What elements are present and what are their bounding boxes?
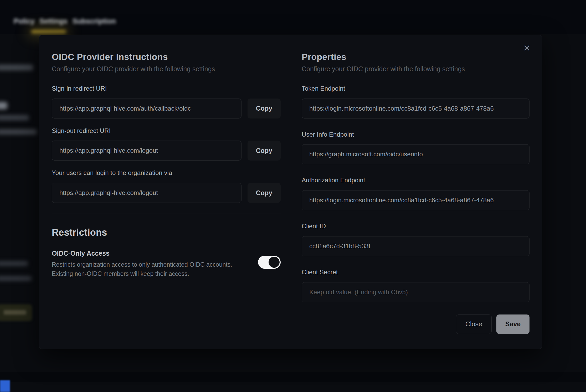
blurred-text-fragment <box>0 115 29 120</box>
toggle-thumb <box>269 257 280 268</box>
copy-button[interactable]: Copy <box>248 183 281 203</box>
field-sign-in-redirect-uri: Sign-in redirect URI Copy <box>52 85 281 118</box>
oidc-only-access-description: Restricts organization access to only au… <box>52 260 232 278</box>
blurred-button-label <box>4 310 26 315</box>
active-tab-underline <box>31 30 66 33</box>
field-client-id: Client ID <box>302 223 530 256</box>
close-icon[interactable]: ✕ <box>521 42 533 54</box>
field-user-info-endpoint: User Info Endpoint <box>302 131 530 164</box>
field-label: User Info Endpoint <box>302 131 530 138</box>
field-login-url: Your users can login to the organization… <box>52 169 281 203</box>
field-label: Your users can login to the organization… <box>52 169 281 177</box>
field-sign-out-redirect-uri: Sign-out redirect URI Copy <box>52 127 281 161</box>
close-button[interactable]: Close <box>456 314 492 334</box>
column-divider <box>291 38 291 336</box>
field-authorization-endpoint: Authorization Endpoint <box>302 177 530 210</box>
field-label: Client Secret <box>302 269 530 276</box>
blurred-background-button <box>0 304 32 321</box>
properties-column: Properties Configure your OIDC provider … <box>291 35 542 349</box>
top-bar <box>0 0 586 34</box>
tab-settings[interactable]: Settings <box>39 17 68 25</box>
field-label: Sign-in redirect URI <box>52 85 281 92</box>
instructions-title: OIDC Provider Instructions <box>52 51 281 62</box>
field-label: Token Endpoint <box>302 85 530 92</box>
restrictions-title: Restrictions <box>52 227 281 238</box>
blurred-text-fragment <box>0 102 7 109</box>
authorization-endpoint-input[interactable] <box>302 190 530 210</box>
oidc-only-access-toggle[interactable] <box>258 256 281 269</box>
user-info-endpoint-input[interactable] <box>302 144 530 164</box>
oidc-only-access-row: OIDC-Only Access Restricts organization … <box>52 249 281 278</box>
properties-title: Properties <box>302 51 530 62</box>
instructions-column: OIDC Provider Instructions Configure you… <box>39 35 291 349</box>
copy-button[interactable]: Copy <box>248 99 281 118</box>
field-token-endpoint: Token Endpoint <box>302 85 530 118</box>
tab-policy[interactable]: Policy <box>14 17 35 25</box>
properties-subtitle: Configure your OIDC provider with the fo… <box>302 65 530 73</box>
blurred-text-fragment <box>0 276 32 281</box>
instructions-subtitle: Configure your OIDC provider with the fo… <box>52 65 281 73</box>
field-client-secret: Client Secret <box>302 269 530 302</box>
token-endpoint-input[interactable] <box>302 99 530 118</box>
corner-blue-block <box>0 380 10 392</box>
oidc-settings-modal: ✕ OIDC Provider Instructions Configure y… <box>39 35 542 349</box>
section-divider <box>52 214 281 214</box>
save-button[interactable]: Save <box>496 314 530 334</box>
oidc-only-access-text: OIDC-Only Access Restricts organization … <box>52 249 232 278</box>
bottom-band <box>0 372 586 382</box>
blurred-text-fragment <box>0 261 28 266</box>
client-id-input[interactable] <box>302 236 530 256</box>
blurred-text-fragment <box>0 129 37 135</box>
sign-out-redirect-uri-input[interactable] <box>52 141 241 161</box>
field-label: Client ID <box>302 223 530 230</box>
sign-in-redirect-uri-input[interactable] <box>52 99 241 118</box>
field-label: Sign-out redirect URI <box>52 127 281 135</box>
modal-actions: Close Save <box>302 314 530 334</box>
tab-subscription[interactable]: Subscription <box>73 17 116 25</box>
client-secret-input[interactable] <box>302 282 530 302</box>
oidc-only-access-label: OIDC-Only Access <box>52 249 232 257</box>
organization-login-url-input[interactable] <box>52 183 241 203</box>
copy-button[interactable]: Copy <box>248 141 281 161</box>
blurred-text-fragment <box>0 65 33 70</box>
field-label: Authorization Endpoint <box>302 177 530 184</box>
